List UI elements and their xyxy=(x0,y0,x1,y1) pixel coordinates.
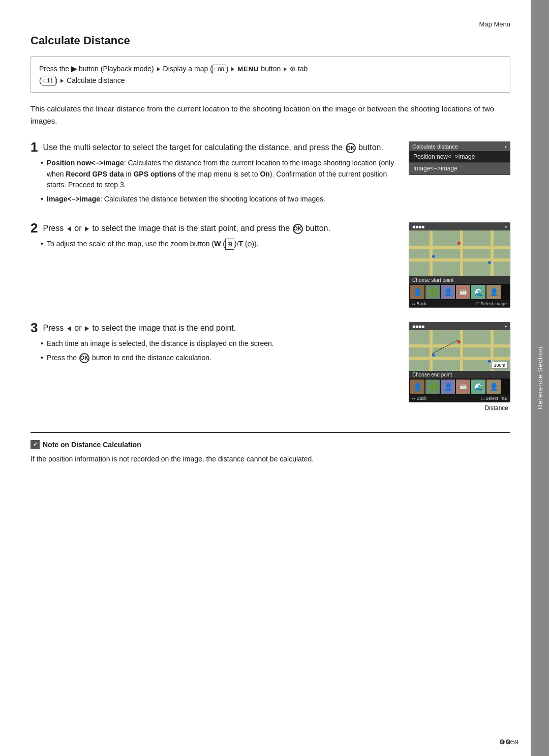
instruction-line1: Press the ▶ button (Playback mode) Displ… xyxy=(39,65,308,73)
ok-circle-2: OK xyxy=(293,224,303,234)
ui-title-bar-1: Calculate distance ▪ xyxy=(409,142,510,151)
step-2-number: 2 xyxy=(30,221,38,235)
page-number: ❻❻59 xyxy=(499,738,518,746)
ok-circle-3: OK xyxy=(79,353,89,363)
instruction-box: Press the ▶ button (Playback mode) Displ… xyxy=(30,56,510,93)
thumbnail-3-2: 🌿 xyxy=(425,380,440,394)
step-1-left: 1 Use the multi selector to select the t… xyxy=(30,141,396,208)
thumbnail-3-1: 👤 xyxy=(410,380,424,394)
map-header-icon-3: ▪ xyxy=(505,324,507,329)
map-caption-3: Choose end point xyxy=(409,371,510,379)
thumbnail-row-2: 👤 🌿 👤 🏔 🌊 👤 xyxy=(409,284,510,300)
steps-area: 1 Use the multi selector to select the t… xyxy=(30,141,510,412)
select-label-2: □ Select image xyxy=(476,301,507,306)
step-3-bullet-1: Each time an image is selected, the dist… xyxy=(41,338,396,350)
ui-title-icon: ▪ xyxy=(505,143,507,150)
step-3-row: 3 Press or to select the image that is t… xyxy=(30,322,510,412)
step-3-title: Press or to select the image that is the… xyxy=(43,322,236,334)
step-1-bullet-2: Image<–>image: Calculates the distance b… xyxy=(41,194,396,205)
step-3-bullets: Each time an image is selected, the dist… xyxy=(30,338,396,363)
choose-start-map-ui: ■■■■ ▪ xyxy=(409,222,510,308)
step-3-left: 3 Press or to select the image that is t… xyxy=(30,322,396,366)
thumbnail-4: 🏔 xyxy=(456,285,470,299)
thumbnail-5: 🌊 xyxy=(471,285,485,299)
map-header-icon: ▪ xyxy=(505,224,507,229)
map-area-3: 100m xyxy=(409,330,510,371)
thumbnail-6: 👤 xyxy=(486,285,501,299)
map-caption-2: Choose start point xyxy=(409,276,510,284)
map-header-3: ■■■■ ▪ xyxy=(409,323,510,330)
instruction-line2: (□11) Calculate distance xyxy=(39,76,125,84)
step-1-number: 1 xyxy=(30,140,38,154)
intro-text: This calculates the linear distance from… xyxy=(30,103,510,127)
step-3-bullet-2: Press the OK button to end the distance … xyxy=(41,353,396,364)
distance-badge: 100m xyxy=(491,362,508,369)
thumbnail-3: 👤 xyxy=(441,285,455,299)
thumbnail-1: 👤 xyxy=(410,285,424,299)
note-title: ✓ Note on Distance Calculation xyxy=(30,440,510,449)
ui-title-text: Calculate distance xyxy=(412,143,458,150)
note-section: ✓ Note on Distance Calculation If the po… xyxy=(30,432,510,464)
step-2-row: 2 Press or to select the image that is t… xyxy=(30,222,510,308)
choose-end-label: Choose end point xyxy=(412,372,452,377)
map-header-location-3: ■■■■ xyxy=(412,324,424,329)
step-1-title: Use the multi selector to select the tar… xyxy=(43,141,383,154)
thumbnail-3-3: 👤 xyxy=(441,380,455,394)
thumbnail-2: 🌿 xyxy=(425,285,440,299)
step-1-bullets: Position now<–>image: Calculates the dis… xyxy=(30,158,396,205)
step-1-header: 1 Use the multi selector to select the t… xyxy=(30,141,396,154)
step-1-screenshot: Calculate distance ▪ Position now<–>imag… xyxy=(409,141,510,175)
ui-item-image: Image<–>image xyxy=(409,163,510,175)
map-bottom-bar-2: ▪▪ Back □ Select image xyxy=(409,300,510,307)
step-2-screenshot: ■■■■ ▪ xyxy=(409,222,510,308)
note-check-icon: ✓ xyxy=(30,440,40,449)
step-2-left: 2 Press or to select the image that is t… xyxy=(30,222,396,253)
map-menu-label: Map Menu xyxy=(30,20,510,28)
distance-label: Distance xyxy=(409,404,510,412)
note-title-text: Note on Distance Calculation xyxy=(43,441,141,449)
step-2-bullet-1: To adjust the scale of the map, use the … xyxy=(41,239,396,250)
side-tab-label: Reference Section xyxy=(536,346,544,410)
thumbnail-row-3: 👤 🌿 👤 🏔 🌊 👤 xyxy=(409,379,510,395)
thumbnail-3-6: 👤 xyxy=(486,380,501,394)
ok-circle-1: OK xyxy=(346,143,356,153)
thumbnail-3-4: 🏔 xyxy=(456,380,470,394)
step-2-header: 2 Press or to select the image that is t… xyxy=(30,222,396,235)
side-tab: Reference Section xyxy=(531,0,549,756)
svg-line-0 xyxy=(432,340,458,354)
back-label-3: ▪▪ Back xyxy=(412,396,426,401)
ui-item-position: Position now<–>image xyxy=(409,151,510,163)
map-header-2: ■■■■ ▪ xyxy=(409,223,510,230)
step-1-row: 1 Use the multi selector to select the t… xyxy=(30,141,510,208)
map-header-location: ■■■■ xyxy=(412,224,424,229)
step-1-bullet-1: Position now<–>image: Calculates the dis… xyxy=(41,158,396,191)
choose-start-label: Choose start point xyxy=(412,277,453,283)
map-area-2 xyxy=(409,230,510,276)
step-3-header: 3 Press or to select the image that is t… xyxy=(30,322,396,334)
step-2-title: Press or to select the image that is the… xyxy=(43,222,330,235)
step-3-number: 3 xyxy=(30,321,38,334)
map-bottom-bar-3: ▪▪ Back □ Select ima xyxy=(409,395,510,402)
thumbnail-3-5: 🌊 xyxy=(471,380,485,394)
choose-end-map-ui: ■■■■ ▪ xyxy=(409,322,510,402)
page-footer: ❻❻59 xyxy=(499,738,518,746)
back-label-2: ▪▪ Back xyxy=(412,301,426,306)
step-3-screenshot: ■■■■ ▪ xyxy=(409,322,510,412)
select-label-3: □ Select ima xyxy=(481,396,507,401)
note-text: If the position information is not recor… xyxy=(30,453,510,464)
step-2-bullets: To adjust the scale of the map, use the … xyxy=(30,239,396,250)
page-title: Calculate Distance xyxy=(30,34,510,47)
calculate-distance-ui: Calculate distance ▪ Position now<–>imag… xyxy=(409,141,510,175)
